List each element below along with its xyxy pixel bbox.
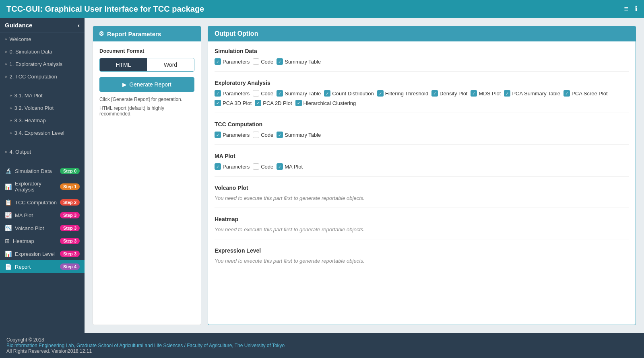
sidebar-item-simulation-data[interactable]: » 0. Simulation Data bbox=[0, 45, 85, 58]
chevron-icon: » bbox=[5, 150, 7, 154]
sidebar-item-welcome[interactable]: » Welcome bbox=[0, 33, 85, 45]
sidebar-label-volcano: 3.2. Volcano Plot bbox=[14, 105, 80, 111]
checkbox-ea-filter[interactable]: ✓ bbox=[377, 90, 384, 97]
info-icon[interactable]: ℹ bbox=[635, 4, 638, 13]
sidebar-label-tcc: 2. TCC Computation bbox=[10, 74, 80, 80]
label-ea-filter: Filtering Threshold bbox=[385, 91, 428, 97]
output-section-tcc: TCC Computation ✓ Parameters Code ✓ Sum bbox=[215, 121, 629, 145]
output-section-heatmap: Heatmap You need to execute this part fi… bbox=[215, 216, 629, 239]
label-tc-params: Parameters bbox=[223, 132, 250, 138]
heatmap-icon: ⊞ bbox=[5, 238, 10, 244]
guidance-label: Guidance bbox=[5, 22, 32, 29]
chevron-icon: » bbox=[5, 62, 7, 66]
checkbox-ea-params[interactable]: ✓ bbox=[215, 90, 221, 97]
output-item-ea-density: ✓ Density Plot bbox=[431, 90, 467, 97]
checkbox-ma-params[interactable]: ✓ bbox=[215, 163, 221, 170]
output-section-expression: Expression Level You need to execute thi… bbox=[215, 247, 629, 270]
sidebar-item-exploratory-step[interactable]: 📊 Exploratory Analysis Step 1 bbox=[0, 177, 85, 196]
sidebar-item-volcano-step[interactable]: 📉 Volcano Plot Step 3 bbox=[0, 222, 85, 235]
sidebar-item-simulation-data-step[interactable]: 🔬 Simulation Data Step 0 bbox=[0, 165, 85, 177]
volcano-step-label: Volcano Plot bbox=[15, 225, 60, 231]
footer-link[interactable]: Bioinformation Engineering Lab, Graduate… bbox=[6, 343, 285, 348]
tcc-icon: 📋 bbox=[5, 199, 12, 206]
sidebar-item-report-step[interactable]: 📄 Report Step 4 bbox=[0, 260, 85, 273]
checkbox-ea-density[interactable]: ✓ bbox=[431, 90, 438, 97]
output-items-tcc: ✓ Parameters Code ✓ Summary Table bbox=[215, 132, 629, 138]
sidebar-label-welcome: Welcome bbox=[10, 36, 80, 42]
play-icon: ▶ bbox=[122, 81, 127, 88]
label-ea-params: Parameters bbox=[223, 91, 250, 97]
checkbox-ea-pca-scree[interactable]: ✓ bbox=[564, 90, 570, 97]
sidebar-label-heatmap: 3.3. Heatmap bbox=[14, 117, 80, 123]
checkbox-ea-pca-3d[interactable]: ✓ bbox=[215, 100, 221, 106]
sim-step-label: Simulation Data bbox=[15, 168, 60, 174]
hint-text-1: Click [Generate Report] for generation. bbox=[99, 97, 194, 102]
expression-step-label: Expression Level bbox=[15, 251, 60, 257]
sidebar-item-output[interactable]: » 4. Output bbox=[0, 146, 85, 158]
label-ea-density: Density Plot bbox=[440, 91, 467, 97]
checkbox-ea-hier[interactable]: ✓ bbox=[295, 100, 302, 106]
doc-format-label: Document Format bbox=[99, 48, 194, 54]
report-params-title: Report Parameters bbox=[107, 31, 161, 37]
checkbox-ma-code[interactable] bbox=[253, 163, 259, 170]
output-section-volcano: Volcano Plot You need to execute this pa… bbox=[215, 185, 629, 208]
report-step-label: Report bbox=[15, 264, 60, 270]
label-tc-summary: Summary Table bbox=[285, 132, 321, 138]
label-ea-mds: MDS Plot bbox=[479, 91, 501, 97]
output-item-ea-pca-2d: ✓ PCA 2D Plot bbox=[255, 100, 292, 106]
sidebar-label-output: 4. Output bbox=[10, 149, 80, 155]
sidebar-item-ma-plot-step[interactable]: 📈 MA Plot Step 3 bbox=[0, 209, 85, 222]
html-tab[interactable]: HTML bbox=[100, 58, 147, 71]
heatmap-step-label: Heatmap bbox=[13, 238, 60, 244]
checkbox-sd-params[interactable]: ✓ bbox=[215, 58, 221, 65]
checkbox-ea-pca-2d[interactable]: ✓ bbox=[255, 100, 261, 106]
checkbox-ea-pca-summary[interactable]: ✓ bbox=[504, 90, 510, 97]
label-ea-count: Count Distribution bbox=[332, 91, 374, 97]
chevron-icon: » bbox=[10, 118, 12, 123]
output-option-header: Output Option bbox=[208, 26, 636, 41]
checkbox-ma-plot[interactable]: ✓ bbox=[277, 163, 283, 170]
footer: Copyright © 2018 Bioinformation Engineer… bbox=[0, 333, 644, 358]
generate-btn-label: Generate Report bbox=[129, 81, 171, 88]
sidebar-item-tcc[interactable]: » 2. TCC Computation bbox=[0, 70, 85, 83]
sidebar-item-volcano[interactable]: » 3.2. Volcano Plot bbox=[0, 102, 85, 114]
label-tc-code: Code bbox=[261, 132, 273, 138]
checkbox-tc-code[interactable] bbox=[253, 132, 259, 138]
checkbox-tc-summary[interactable]: ✓ bbox=[277, 132, 283, 138]
menu-icon[interactable]: ≡ bbox=[624, 5, 628, 13]
chevron-icon: » bbox=[5, 74, 7, 79]
label-sd-summary: Summary Table bbox=[285, 59, 321, 65]
label-ma-params: Parameters bbox=[223, 164, 250, 170]
output-item-ma-plot: ✓ MA Plot bbox=[277, 163, 303, 170]
checkbox-ea-mds[interactable]: ✓ bbox=[471, 90, 477, 97]
sidebar-label-exp: 1. Exploratory Analysis bbox=[10, 61, 80, 67]
collapse-icon[interactable]: ‹ bbox=[78, 22, 80, 29]
step4-badge: Step 4 bbox=[60, 263, 80, 270]
checkbox-sd-summary[interactable]: ✓ bbox=[277, 58, 283, 65]
checkbox-tc-params[interactable]: ✓ bbox=[215, 132, 221, 138]
sidebar-item-heatmap-step[interactable]: ⊞ Heatmap Step 3 bbox=[0, 235, 85, 247]
generate-report-button[interactable]: ▶ Generate Report bbox=[99, 77, 194, 92]
sidebar-item-expression-step[interactable]: 📊 Expression Level Step 3 bbox=[0, 247, 85, 260]
output-section-title-tcc: TCC Computation bbox=[215, 121, 629, 128]
checkbox-sd-code[interactable] bbox=[253, 58, 259, 65]
label-ea-summary: Summary Table bbox=[285, 91, 321, 97]
output-section-title-sim: Simulation Data bbox=[215, 48, 629, 54]
output-item-ea-filter: ✓ Filtering Threshold bbox=[377, 90, 428, 97]
checkbox-ea-count[interactable]: ✓ bbox=[324, 90, 330, 97]
step3-ma-badge: Step 3 bbox=[60, 212, 80, 218]
sidebar-item-heatmap[interactable]: » 3.3. Heatmap bbox=[0, 114, 85, 127]
sidebar-item-tcc-step[interactable]: 📋 TCC Computation Step 2 bbox=[0, 196, 85, 209]
label-ma-code: Code bbox=[261, 164, 273, 170]
label-ea-code: Code bbox=[261, 91, 273, 97]
sidebar-item-exploratory[interactable]: » 1. Exploratory Analysis bbox=[0, 58, 85, 70]
sidebar-item-ma-plot[interactable]: » 3.1. MA Plot bbox=[0, 89, 85, 102]
simulation-icon: 🔬 bbox=[5, 168, 12, 174]
checkbox-ea-summary[interactable]: ✓ bbox=[277, 90, 283, 97]
output-item-sd-params: ✓ Parameters bbox=[215, 58, 250, 65]
word-tab[interactable]: Word bbox=[147, 58, 194, 71]
report-params-body: Document Format HTML Word ▶ Generate Rep… bbox=[93, 41, 201, 123]
sidebar-item-expression[interactable]: » 3.4. Expression Level bbox=[0, 127, 85, 139]
hint-text-2: HTML report (default) is highly recommen… bbox=[99, 105, 194, 117]
checkbox-ea-code[interactable] bbox=[253, 90, 259, 97]
